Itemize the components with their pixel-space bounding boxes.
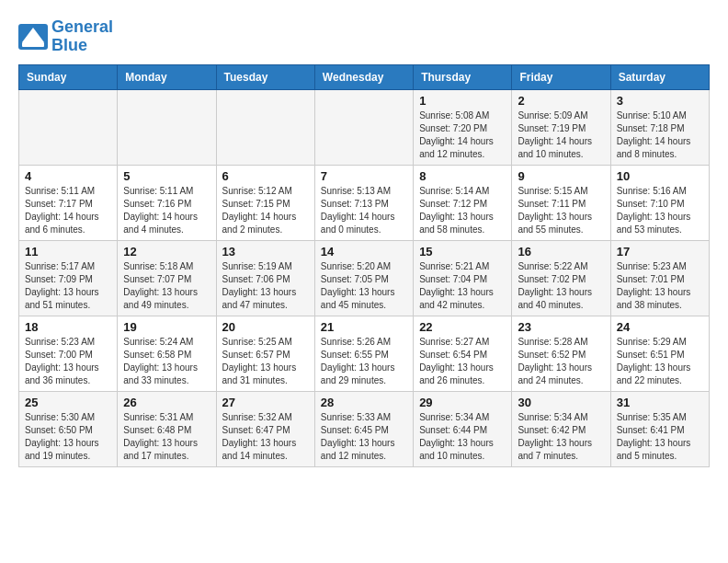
- day-number: 15: [419, 245, 506, 259]
- weekday-header-row: SundayMondayTuesdayWednesdayThursdayFrid…: [19, 64, 710, 89]
- calendar-cell: 17Sunrise: 5:23 AM Sunset: 7:01 PM Dayli…: [610, 240, 709, 316]
- calendar-cell: 13Sunrise: 5:19 AM Sunset: 7:06 PM Dayli…: [216, 240, 314, 316]
- calendar-cell: 6Sunrise: 5:12 AM Sunset: 7:15 PM Daylig…: [216, 165, 314, 240]
- day-number: 9: [518, 169, 604, 183]
- day-number: 24: [617, 320, 703, 334]
- calendar-cell: [19, 89, 118, 165]
- calendar-cell: 21Sunrise: 5:26 AM Sunset: 6:55 PM Dayli…: [314, 316, 413, 391]
- calendar-cell: 22Sunrise: 5:27 AM Sunset: 6:54 PM Dayli…: [414, 316, 512, 391]
- day-info: Sunrise: 5:34 AM Sunset: 6:44 PM Dayligh…: [419, 411, 506, 463]
- day-info: Sunrise: 5:16 AM Sunset: 7:10 PM Dayligh…: [617, 185, 703, 236]
- day-info: Sunrise: 5:33 AM Sunset: 6:45 PM Dayligh…: [321, 411, 407, 463]
- day-number: 1: [419, 94, 506, 108]
- weekday-header-tuesday: Tuesday: [216, 64, 314, 89]
- day-info: Sunrise: 5:12 AM Sunset: 7:15 PM Dayligh…: [222, 185, 309, 236]
- calendar-cell: [118, 89, 216, 165]
- day-info: Sunrise: 5:32 AM Sunset: 6:47 PM Dayligh…: [222, 411, 309, 463]
- day-info: Sunrise: 5:30 AM Sunset: 6:50 PM Dayligh…: [25, 411, 111, 463]
- day-info: Sunrise: 5:09 AM Sunset: 7:19 PM Dayligh…: [518, 109, 604, 161]
- day-number: 30: [518, 396, 604, 409]
- day-info: Sunrise: 5:28 AM Sunset: 6:52 PM Dayligh…: [518, 336, 604, 387]
- calendar-week-row: 25Sunrise: 5:30 AM Sunset: 6:50 PM Dayli…: [19, 391, 710, 466]
- day-number: 14: [321, 245, 407, 259]
- weekday-header-thursday: Thursday: [414, 64, 512, 89]
- day-info: Sunrise: 5:15 AM Sunset: 7:11 PM Dayligh…: [518, 185, 604, 236]
- day-number: 7: [321, 169, 407, 183]
- calendar-cell: 8Sunrise: 5:14 AM Sunset: 7:12 PM Daylig…: [414, 165, 512, 240]
- calendar-cell: 5Sunrise: 5:11 AM Sunset: 7:16 PM Daylig…: [118, 165, 216, 240]
- calendar-cell: 27Sunrise: 5:32 AM Sunset: 6:47 PM Dayli…: [216, 391, 314, 466]
- day-number: 17: [617, 245, 703, 259]
- day-info: Sunrise: 5:13 AM Sunset: 7:13 PM Dayligh…: [321, 185, 407, 236]
- day-number: 13: [222, 245, 309, 259]
- day-number: 20: [222, 320, 309, 334]
- day-info: Sunrise: 5:23 AM Sunset: 7:00 PM Dayligh…: [25, 336, 111, 387]
- day-number: 2: [518, 94, 604, 108]
- calendar-cell: 29Sunrise: 5:34 AM Sunset: 6:44 PM Dayli…: [414, 391, 512, 466]
- weekday-header-sunday: Sunday: [19, 64, 118, 89]
- calendar-cell: 7Sunrise: 5:13 AM Sunset: 7:13 PM Daylig…: [314, 165, 413, 240]
- calendar-cell: [314, 89, 413, 165]
- weekday-header-monday: Monday: [118, 64, 216, 89]
- day-info: Sunrise: 5:19 AM Sunset: 7:06 PM Dayligh…: [222, 260, 309, 312]
- day-number: 19: [123, 320, 210, 334]
- day-info: Sunrise: 5:24 AM Sunset: 6:58 PM Dayligh…: [123, 336, 210, 387]
- calendar-cell: 26Sunrise: 5:31 AM Sunset: 6:48 PM Dayli…: [118, 391, 216, 466]
- calendar-cell: 16Sunrise: 5:22 AM Sunset: 7:02 PM Dayli…: [512, 240, 610, 316]
- logo-text: General Blue: [51, 18, 113, 55]
- calendar-table: SundayMondayTuesdayWednesdayThursdayFrid…: [18, 64, 710, 467]
- calendar-cell: 30Sunrise: 5:34 AM Sunset: 6:42 PM Dayli…: [512, 391, 610, 466]
- day-info: Sunrise: 5:22 AM Sunset: 7:02 PM Dayligh…: [518, 260, 604, 312]
- day-number: 5: [123, 169, 210, 183]
- day-number: 22: [419, 320, 506, 334]
- day-number: 29: [419, 396, 506, 409]
- day-number: 31: [617, 396, 703, 409]
- day-info: Sunrise: 5:18 AM Sunset: 7:07 PM Dayligh…: [123, 260, 210, 312]
- day-number: 10: [617, 169, 703, 183]
- day-info: Sunrise: 5:20 AM Sunset: 7:05 PM Dayligh…: [321, 260, 407, 312]
- day-number: 11: [25, 245, 111, 259]
- day-info: Sunrise: 5:17 AM Sunset: 7:09 PM Dayligh…: [25, 260, 111, 312]
- calendar-cell: 11Sunrise: 5:17 AM Sunset: 7:09 PM Dayli…: [19, 240, 118, 316]
- day-number: 16: [518, 245, 604, 259]
- calendar-cell: 20Sunrise: 5:25 AM Sunset: 6:57 PM Dayli…: [216, 316, 314, 391]
- day-number: 8: [419, 169, 506, 183]
- day-number: 23: [518, 320, 604, 334]
- calendar-cell: 28Sunrise: 5:33 AM Sunset: 6:45 PM Dayli…: [314, 391, 413, 466]
- day-info: Sunrise: 5:11 AM Sunset: 7:17 PM Dayligh…: [25, 185, 111, 236]
- day-info: Sunrise: 5:27 AM Sunset: 6:54 PM Dayligh…: [419, 336, 506, 387]
- day-info: Sunrise: 5:08 AM Sunset: 7:20 PM Dayligh…: [419, 109, 506, 161]
- calendar-cell: 10Sunrise: 5:16 AM Sunset: 7:10 PM Dayli…: [610, 165, 709, 240]
- header: General Blue: [18, 18, 710, 55]
- day-number: 4: [25, 169, 111, 183]
- day-number: 25: [25, 396, 111, 409]
- calendar-cell: 15Sunrise: 5:21 AM Sunset: 7:04 PM Dayli…: [414, 240, 512, 316]
- day-info: Sunrise: 5:34 AM Sunset: 6:42 PM Dayligh…: [518, 411, 604, 463]
- svg-rect-2: [22, 42, 44, 47]
- calendar-cell: 9Sunrise: 5:15 AM Sunset: 7:11 PM Daylig…: [512, 165, 610, 240]
- day-info: Sunrise: 5:11 AM Sunset: 7:16 PM Dayligh…: [123, 185, 210, 236]
- calendar-cell: 3Sunrise: 5:10 AM Sunset: 7:18 PM Daylig…: [610, 89, 709, 165]
- day-number: 28: [321, 396, 407, 409]
- day-info: Sunrise: 5:23 AM Sunset: 7:01 PM Dayligh…: [617, 260, 703, 312]
- calendar-week-row: 11Sunrise: 5:17 AM Sunset: 7:09 PM Dayli…: [19, 240, 710, 316]
- day-info: Sunrise: 5:14 AM Sunset: 7:12 PM Dayligh…: [419, 185, 506, 236]
- calendar-cell: 2Sunrise: 5:09 AM Sunset: 7:19 PM Daylig…: [512, 89, 610, 165]
- calendar-week-row: 1Sunrise: 5:08 AM Sunset: 7:20 PM Daylig…: [19, 89, 710, 165]
- calendar-cell: 24Sunrise: 5:29 AM Sunset: 6:51 PM Dayli…: [610, 316, 709, 391]
- calendar-week-row: 4Sunrise: 5:11 AM Sunset: 7:17 PM Daylig…: [19, 165, 710, 240]
- day-info: Sunrise: 5:25 AM Sunset: 6:57 PM Dayligh…: [222, 336, 309, 387]
- day-number: 18: [25, 320, 111, 334]
- day-info: Sunrise: 5:26 AM Sunset: 6:55 PM Dayligh…: [321, 336, 407, 387]
- calendar-cell: 14Sunrise: 5:20 AM Sunset: 7:05 PM Dayli…: [314, 240, 413, 316]
- calendar-cell: 12Sunrise: 5:18 AM Sunset: 7:07 PM Dayli…: [118, 240, 216, 316]
- weekday-header-saturday: Saturday: [610, 64, 709, 89]
- calendar-cell: 31Sunrise: 5:35 AM Sunset: 6:41 PM Dayli…: [610, 391, 709, 466]
- day-number: 12: [123, 245, 210, 259]
- day-info: Sunrise: 5:31 AM Sunset: 6:48 PM Dayligh…: [123, 411, 210, 463]
- calendar-cell: 19Sunrise: 5:24 AM Sunset: 6:58 PM Dayli…: [118, 316, 216, 391]
- day-number: 6: [222, 169, 309, 183]
- logo: General Blue: [18, 18, 113, 55]
- day-number: 21: [321, 320, 407, 334]
- calendar-cell: 1Sunrise: 5:08 AM Sunset: 7:20 PM Daylig…: [414, 89, 512, 165]
